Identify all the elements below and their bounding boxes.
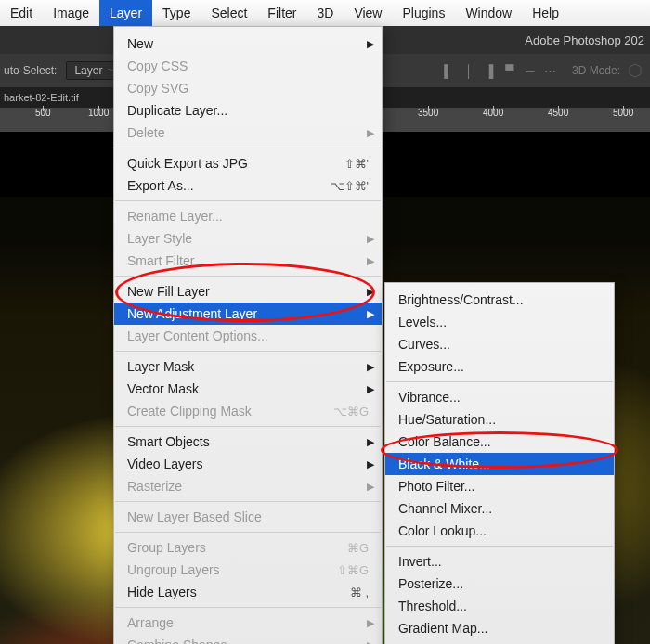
menu-item-label: Arrange [127,615,174,630]
adjustment-submenu-item-photo-filter[interactable]: Photo Filter... [385,475,614,497]
adjustment-submenu-item-gradient-map[interactable]: Gradient Map... [385,617,614,639]
menu-item-label: Channel Mixer... [398,501,492,516]
menu-image[interactable]: Image [43,0,99,26]
menu-layer[interactable]: Layer [99,0,152,26]
menu-item-label: Layer Style [127,231,192,246]
adjustment-submenu-separator [386,546,613,547]
layer-menu-separator [115,426,381,427]
menu-item-label: Smart Filter [127,253,194,268]
adjustment-submenu-item-posterize[interactable]: Posterize... [385,573,614,595]
layer-menu-separator [115,200,381,201]
layer-menu-item-smart-objects[interactable]: Smart Objects▶ [114,431,382,453]
layer-menu-item-new-adjustment-layer[interactable]: New Adjustment Layer▶ [114,303,382,325]
menu-select[interactable]: Select [201,0,257,26]
layer-menu-item-new-fill-layer[interactable]: New Fill Layer▶ [114,280,382,303]
menu-item-label: Posterize... [398,576,463,591]
layer-menu-item-delete: Delete▶ [114,122,382,144]
menu-help[interactable]: Help [522,0,569,26]
menu-item-label: Hide Layers [127,585,197,599]
menu-item-label: Copy SVG [127,81,188,96]
menu-item-label: Quick Export as JPG [127,156,248,171]
align-center-v-icon[interactable]: ─ [522,62,539,79]
layer-menu-item-arrange: Arrange▶ [114,612,382,634]
menu-item-label: Hue/Saturation... [398,412,496,427]
layer-menu-item-quick-export-as-jpg[interactable]: Quick Export as JPG⇧⌘' [114,152,382,174]
menu-item-label: New Fill Layer [127,284,210,299]
menu-plugins[interactable]: Plugins [392,0,455,26]
layer-menu-item-export-as[interactable]: Export As...⌥⇧⌘' [114,174,382,197]
layer-menu-separator [115,607,381,608]
adjustment-submenu-item-threshold[interactable]: Threshold... [385,595,614,617]
align-right-icon[interactable]: ▐ [481,62,498,79]
adjustment-submenu-item-invert[interactable]: Invert... [385,550,614,573]
submenu-arrow-icon: ▶ [367,38,374,50]
shortcut-label: ⇧⌘' [344,157,369,171]
adjustment-submenu-item-color-lookup[interactable]: Color Lookup... [385,520,614,542]
layer-menu-item-copy-svg: Copy SVG [114,77,382,99]
menu-item-label: Brightness/Contrast... [398,292,524,307]
ruler-tick: 4500 [548,108,568,118]
adjustment-submenu-item-hue-saturation[interactable]: Hue/Saturation... [385,408,614,431]
menu-view[interactable]: View [344,0,392,26]
menu-item-label: Black & White... [398,457,490,471]
menu-window[interactable]: Window [455,0,522,26]
layer-menu-item-ungroup-layers: Ungroup Layers⇧⌘G [114,559,382,581]
menu-edit[interactable]: Edit [0,0,43,26]
layer-menu-item-layer-content-options: Layer Content Options... [114,325,382,347]
menu-item-label: Delete [127,125,164,140]
adjustment-submenu-item-selective-color[interactable]: Selective Color... [385,639,614,644]
shortcut-label: ⌘ , [350,586,369,599]
adjustment-submenu-item-vibrance[interactable]: Vibrance... [385,386,614,408]
auto-select-label: uto-Select: [4,64,57,77]
ruler-tick: 500 [35,108,51,118]
align-left-icon[interactable]: ▌ [440,62,457,79]
ruler-tick: 1000 [88,108,109,118]
menu-item-label: New [127,36,153,51]
align-top-icon[interactable]: ▀ [501,62,518,79]
adjustment-submenu-item-black-white[interactable]: Black & White... [385,453,614,475]
submenu-arrow-icon: ▶ [367,361,374,373]
menu-item-label: Layer Content Options... [127,328,268,343]
layer-menu-item-hide-layers[interactable]: Hide Layers⌘ , [114,581,382,603]
submenu-arrow-icon: ▶ [367,233,374,245]
menu-item-label: Ungroup Layers [127,562,220,577]
layer-menu-item-vector-mask[interactable]: Vector Mask▶ [114,378,382,400]
menu-3d[interactable]: 3D [306,0,344,26]
layer-menu-item-combine-shapes: Combine Shapes▶ [114,634,382,644]
more-icon[interactable]: ⋯ [542,62,559,79]
submenu-arrow-icon: ▶ [367,255,374,267]
menu-item-label: Exposure... [398,359,464,374]
target-select-value: Layer [74,64,102,77]
cube-3d-icon[interactable] [628,63,643,78]
menu-filter[interactable]: Filter [257,0,306,26]
submenu-arrow-icon: ▶ [367,617,374,629]
menu-item-label: Gradient Map... [398,621,488,636]
layer-menu-item-duplicate-layer[interactable]: Duplicate Layer... [114,99,382,122]
submenu-arrow-icon: ▶ [367,383,374,395]
shortcut-label: ⌥⌘G [333,405,369,419]
adjustment-submenu-item-curves[interactable]: Curves... [385,333,614,355]
menu-type[interactable]: Type [152,0,201,26]
submenu-arrow-icon: ▶ [367,308,374,320]
app-title: Adobe Photoshop 202 [525,33,644,47]
adjustment-submenu-item-channel-mixer[interactable]: Channel Mixer... [385,497,614,520]
document-tab[interactable]: harket-82-Edit.tif [4,92,79,103]
menu-item-label: Vibrance... [398,390,461,405]
layer-menu-item-rename-layer: Rename Layer... [114,205,382,227]
layer-menu-item-new[interactable]: New▶ [114,32,382,55]
layer-menu-item-layer-mask[interactable]: Layer Mask▶ [114,355,382,378]
menu-item-label: Color Balance... [398,434,491,449]
adjustment-submenu-item-brightness-contrast[interactable]: Brightness/Contrast... [385,289,614,311]
3d-mode-label: 3D Mode: [572,64,620,77]
adjustment-submenu-item-levels[interactable]: Levels... [385,311,614,333]
adjustment-submenu-separator [386,381,613,382]
shortcut-label: ⇧⌘G [337,563,369,577]
menu-item-label: Layer Mask [127,359,194,374]
submenu-arrow-icon: ▶ [367,436,374,448]
adjustment-submenu-item-exposure[interactable]: Exposure... [385,355,614,378]
submenu-arrow-icon: ▶ [367,481,374,493]
adjustment-submenu-item-color-balance[interactable]: Color Balance... [385,431,614,453]
layer-menu-item-video-layers[interactable]: Video Layers▶ [114,453,382,475]
align-center-h-icon[interactable]: │ [461,62,477,79]
layer-menu-item-copy-css: Copy CSS [114,55,382,77]
